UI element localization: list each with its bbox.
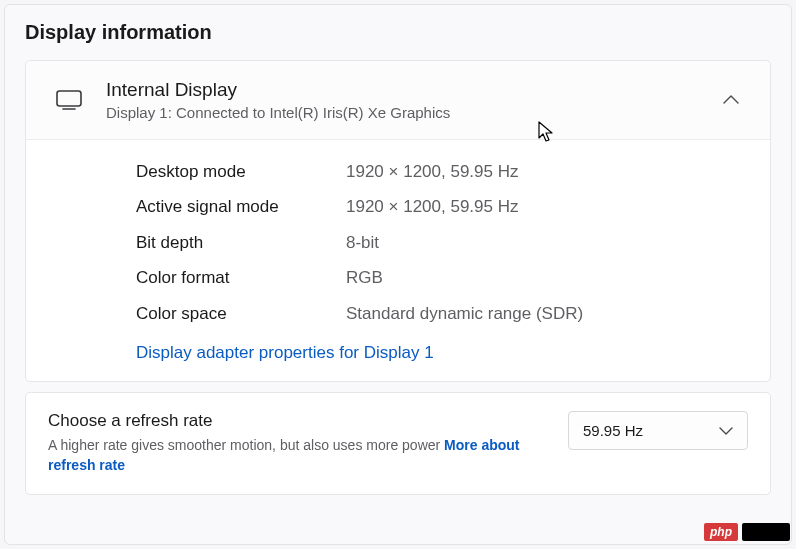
display-header-text: Internal Display Display 1: Connected to… <box>106 77 716 123</box>
display-card: Internal Display Display 1: Connected to… <box>25 60 771 382</box>
watermark-badge: php <box>704 523 738 541</box>
prop-label: Color space <box>136 301 346 327</box>
prop-label: Bit depth <box>136 230 346 256</box>
svg-rect-0 <box>57 91 81 106</box>
refresh-desc: A higher rate gives smoother motion, but… <box>48 435 550 476</box>
display-adapter-link[interactable]: Display adapter properties for Display 1 <box>136 343 434 362</box>
chevron-up-icon <box>716 95 746 105</box>
table-row: Desktop mode 1920 × 1200, 59.95 Hz <box>136 154 746 190</box>
display-card-header[interactable]: Internal Display Display 1: Connected to… <box>26 61 770 140</box>
refresh-rate-dropdown[interactable]: 59.95 Hz <box>568 411 748 450</box>
table-row: Color format RGB <box>136 260 746 296</box>
table-row: Color space Standard dynamic range (SDR) <box>136 296 746 332</box>
table-row: Bit depth 8-bit <box>136 225 746 261</box>
watermark: php <box>704 523 790 541</box>
prop-value: 8-bit <box>346 230 379 256</box>
display-title: Internal Display <box>106 77 716 103</box>
prop-value: 1920 × 1200, 59.95 Hz <box>346 159 519 185</box>
refresh-desc-text: A higher rate gives smoother motion, but… <box>48 437 444 453</box>
dropdown-value: 59.95 Hz <box>583 422 643 439</box>
table-row: Active signal mode 1920 × 1200, 59.95 Hz <box>136 189 746 225</box>
prop-label: Desktop mode <box>136 159 346 185</box>
prop-value: RGB <box>346 265 383 291</box>
refresh-text: Choose a refresh rate A higher rate give… <box>48 409 550 475</box>
prop-label: Active signal mode <box>136 194 346 220</box>
watermark-bar <box>742 523 790 541</box>
display-properties: Desktop mode 1920 × 1200, 59.95 Hz Activ… <box>26 140 770 382</box>
refresh-rate-card: Choose a refresh rate A higher rate give… <box>25 392 771 494</box>
prop-value: 1920 × 1200, 59.95 Hz <box>346 194 519 220</box>
prop-label: Color format <box>136 265 346 291</box>
chevron-down-icon <box>719 422 733 439</box>
monitor-icon <box>56 90 106 110</box>
refresh-title: Choose a refresh rate <box>48 409 550 433</box>
prop-value: Standard dynamic range (SDR) <box>346 301 583 327</box>
section-title: Display information <box>25 21 771 44</box>
display-subtitle: Display 1: Connected to Intel(R) Iris(R)… <box>106 103 716 123</box>
display-information-panel: Display information Internal Display Dis… <box>4 4 792 545</box>
